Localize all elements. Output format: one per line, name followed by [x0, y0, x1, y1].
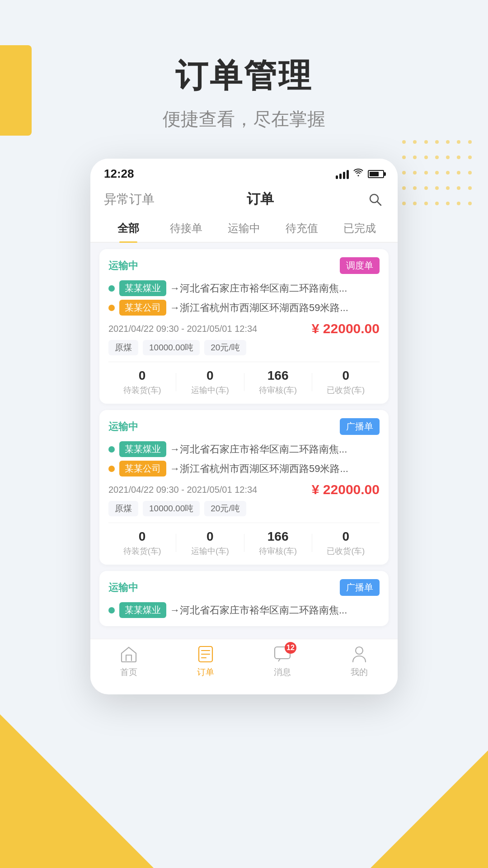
- order-list: 运输中 调度单 某某煤业 →河北省石家庄市裕华区南二环路南焦... 某某公司 →…: [90, 243, 398, 639]
- to-route-row: 某某公司 →浙江省杭州市西湖区环湖西路59米路...: [108, 461, 380, 476]
- price: ¥ 22000.00: [312, 321, 380, 336]
- stat-num: 0: [176, 529, 244, 544]
- stat-label: 待审核(车): [244, 385, 312, 396]
- order-card[interactable]: 运输中 广播单 某某煤业 →河北省石家庄市裕华区南二环路南焦...: [99, 571, 389, 626]
- to-route-text: →浙江省杭州市西湖区环湖西路59米路...: [170, 462, 380, 476]
- status-icons: [336, 169, 384, 179]
- from-company-badge: 某某煤业: [119, 441, 166, 457]
- from-route-text: →河北省石家庄市裕华区南二环路南焦...: [170, 604, 380, 617]
- card-tag-broadcast: 广播单: [340, 579, 380, 596]
- card-status: 运输中: [108, 420, 138, 434]
- to-company-badge: 某某公司: [119, 461, 166, 476]
- bottom-nav-order-label: 订单: [197, 666, 214, 678]
- search-button[interactable]: [366, 190, 384, 208]
- stat-received: 0 已收货(车): [312, 368, 380, 396]
- from-route-row: 某某煤业 →河北省石家庄市裕华区南二环路南焦...: [108, 280, 380, 296]
- from-route-text: →河北省石家庄市裕华区南二环路南焦...: [170, 282, 380, 295]
- stat-label: 运输中(车): [176, 385, 244, 396]
- card-status: 运输中: [108, 259, 138, 273]
- tab-bar: 全部 待接单 运输中 待充值 已完成: [90, 215, 398, 243]
- bottom-nav-order[interactable]: 订单: [196, 645, 215, 678]
- page-title: 订单管理: [0, 54, 488, 98]
- tag-goods-type: 原煤: [108, 501, 138, 516]
- stat-label: 运输中(车): [176, 546, 244, 557]
- tab-in-transit[interactable]: 运输中: [215, 215, 273, 242]
- to-company-badge: 某某公司: [119, 300, 166, 316]
- bottom-nav-home-label: 首页: [120, 666, 137, 678]
- bottom-nav-mine[interactable]: 我的: [350, 645, 369, 678]
- stat-num: 0: [108, 529, 176, 544]
- message-badge: 12: [285, 642, 296, 654]
- tags-row: 原煤 10000.00吨 20元/吨: [108, 340, 380, 355]
- stat-num: 166: [244, 529, 312, 544]
- stat-label: 已收货(车): [312, 385, 380, 396]
- battery-icon: [368, 170, 384, 178]
- page-header: 订单管理 便捷查看，尽在掌握: [0, 0, 488, 132]
- bottom-nav-mine-label: 我的: [351, 666, 368, 678]
- stat-label: 已收货(车): [312, 546, 380, 557]
- stat-num: 0: [312, 529, 380, 544]
- stat-received: 0 已收货(车): [312, 529, 380, 557]
- order-card[interactable]: 运输中 广播单 某某煤业 →河北省石家庄市裕华区南二环路南焦... 某某公司 →…: [99, 410, 389, 565]
- stats-row: 0 待装货(车) 0 运输中(车) 166 待审核(车): [108, 362, 380, 396]
- bg-triangle-bottomleft: [0, 714, 154, 868]
- stat-pending-review: 166 待审核(车): [244, 368, 312, 396]
- dot-orange-icon: [108, 305, 115, 311]
- from-route-row: 某某煤业 →河北省石家庄市裕华区南二环路南焦...: [108, 602, 380, 618]
- tag-weight: 10000.00吨: [143, 340, 200, 355]
- bottom-nav-message-label: 消息: [274, 666, 291, 678]
- card-tag-dispatch: 调度单: [340, 257, 380, 274]
- mine-icon: [350, 645, 369, 664]
- order-icon: [196, 645, 215, 664]
- page-subtitle: 便捷查看，尽在掌握: [0, 107, 488, 132]
- price: ¥ 22000.00: [312, 482, 380, 497]
- dot-green-icon: [108, 446, 115, 453]
- bottom-nav: 首页 订单: [90, 639, 398, 685]
- signal-icon: [336, 169, 349, 179]
- date-range: 2021/04/22 09:30 - 2021/05/01 12:34: [108, 485, 257, 495]
- stat-pending-review: 166 待审核(车): [244, 529, 312, 557]
- nav-left-label[interactable]: 异常订单: [104, 191, 155, 208]
- card-header: 运输中 广播单: [108, 579, 380, 596]
- bottom-nav-message[interactable]: 12 消息: [273, 645, 292, 678]
- stat-in-transit: 0 运输中(车): [176, 368, 244, 396]
- from-route-row: 某某煤业 →河北省石家庄市裕华区南二环路南焦...: [108, 441, 380, 457]
- phone-mockup: 12:28 异常订单: [90, 159, 398, 694]
- stat-label: 待装货(车): [108, 546, 176, 557]
- dot-orange-icon: [108, 466, 115, 472]
- app-navbar: 异常订单 订单: [90, 185, 398, 215]
- stat-waiting-load: 0 待装货(车): [108, 368, 176, 396]
- order-card[interactable]: 运输中 调度单 某某煤业 →河北省石家庄市裕华区南二环路南焦... 某某公司 →…: [99, 249, 389, 404]
- tab-pending-accept[interactable]: 待接单: [157, 215, 215, 242]
- from-route-text: →河北省石家庄市裕华区南二环路南焦...: [170, 443, 380, 456]
- tags-row: 原煤 10000.00吨 20元/吨: [108, 501, 380, 516]
- bg-dots-decoration: [402, 140, 474, 212]
- bottom-nav-home[interactable]: 首页: [119, 645, 138, 678]
- from-company-badge: 某某煤业: [119, 602, 166, 618]
- tag-weight: 10000.00吨: [143, 501, 200, 516]
- svg-point-7: [356, 647, 363, 654]
- bg-triangle-bottomright: [371, 750, 488, 868]
- tab-all[interactable]: 全部: [99, 215, 157, 242]
- stat-in-transit: 0 运输中(车): [176, 529, 244, 557]
- tab-pending-recharge[interactable]: 待充值: [273, 215, 331, 242]
- to-route-text: →浙江省杭州市西湖区环湖西路59米路...: [170, 301, 380, 315]
- message-icon: 12: [273, 645, 292, 664]
- home-icon: [119, 645, 138, 664]
- svg-line-1: [377, 202, 381, 205]
- stat-num: 0: [312, 368, 380, 383]
- card-tag-broadcast: 广播单: [340, 418, 380, 435]
- status-bar: 12:28: [90, 159, 398, 185]
- from-company-badge: 某某煤业: [119, 280, 166, 296]
- status-time: 12:28: [104, 167, 134, 181]
- stat-label: 待装货(车): [108, 385, 176, 396]
- card-header: 运输中 广播单: [108, 418, 380, 435]
- dot-green-icon: [108, 285, 115, 292]
- nav-center-title: 订单: [247, 190, 274, 208]
- date-range: 2021/04/22 09:30 - 2021/05/01 12:34: [108, 324, 257, 334]
- stat-num: 0: [176, 368, 244, 383]
- tab-completed[interactable]: 已完成: [331, 215, 389, 242]
- stat-num: 166: [244, 368, 312, 383]
- stat-label: 待审核(车): [244, 546, 312, 557]
- card-header: 运输中 调度单: [108, 257, 380, 274]
